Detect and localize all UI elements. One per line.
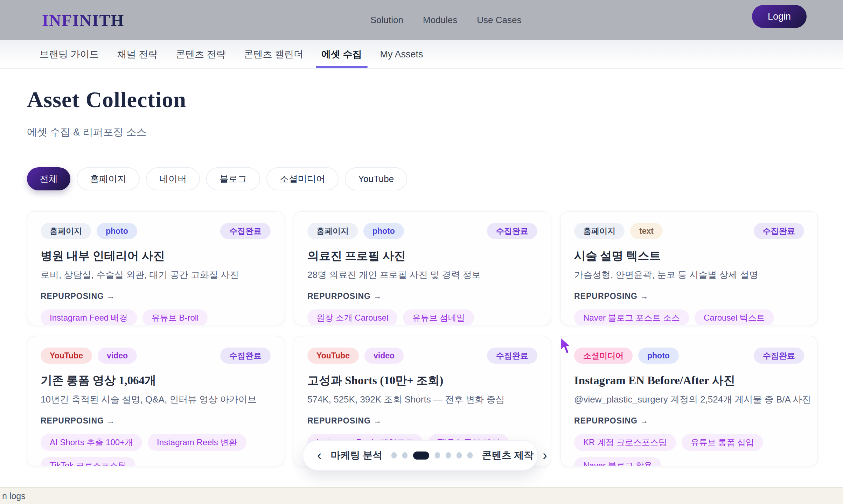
asset-card-4: YouTubevideo수집완료기존 롱폼 영상 1,064개10년간 축적된 … [27,336,284,466]
filter-pill-1[interactable]: 전체 [27,167,70,190]
tag-social: 소셜미디어 [574,348,633,364]
status-badge: 수집완료 [487,348,537,364]
filter-bar: 전체홈페이지네이버블로그소셜미디어YouTube [27,167,407,190]
tag-youtube: YouTube [41,348,92,364]
repurposing-label: REPURPOSING → [41,416,271,426]
nav-solution[interactable]: Solution [370,15,403,26]
card-title: Instagram EN Before/After 사진 [574,373,804,388]
asset-card-2: 홈페이지photo수집완료의료진 프로필 사진28명 의료진 개인 프로필 사진… [294,211,551,325]
tag-row: 소셜미디어photo수집완료 [574,348,804,364]
repurposing-chip: KR 계정 크로스포스팅 [574,434,676,451]
pager-dot-7[interactable] [467,452,473,458]
repurposing-chip: AI Shorts 추출 100+개 [41,434,142,451]
repurposing-chip: TikTok 크로스포스팅 [41,457,135,466]
pager-dot-5[interactable] [446,452,451,458]
main-nav: Solution Modules Use Cases [370,0,521,40]
pager-dot-1[interactable] [391,452,397,458]
pager-dot-3[interactable] [413,451,429,460]
tag-row: YouTubevideo수집완료 [41,348,271,364]
card-title: 의료진 프로필 사진 [307,248,537,264]
repurposing-chips: Naver 블로그 포스트 소스Carousel 텍스트광고 카피 [574,309,804,325]
tag-row: YouTubevideo수집완료 [307,348,537,364]
brand-logo: INFINITH [42,11,124,30]
repurposing-chip: 유튜브 섬네일 [403,309,474,325]
card-title: 기존 롱폼 영상 1,064개 [41,373,271,388]
pager-next-label[interactable]: 콘텐츠 제작 [482,449,534,462]
tab-1[interactable]: 브랜딩 가이드 [40,40,99,68]
repurposing-chip: 원장 소개 Carousel [307,309,397,325]
tag-home: 홈페이지 [41,223,91,239]
nav-modules[interactable]: Modules [423,15,457,26]
status-badge: 수집완료 [220,223,271,239]
repurposing-label: REPURPOSING → [307,292,537,301]
top-header: INFINITH Solution Modules Use Cases Logi… [0,0,843,40]
tag-youtube: YouTube [307,348,359,364]
card-description: 574K, 525K, 392K 조회 Shorts — 전후 변화 중심 [307,393,537,406]
repurposing-chip: 유튜브 B-roll [142,309,208,325]
tab-bar: 브랜딩 가이드채널 전략콘텐츠 전략콘텐츠 캘린더에셋 수집My Assets [0,40,843,69]
tag-row: 홈페이지photo수집완료 [307,223,537,239]
card-description: @view_plastic_surgery 계정의 2,524개 게시물 중 B… [574,393,804,406]
repurposing-chip: Naver 블로그 활용 [574,457,661,466]
tab-2[interactable]: 채널 전략 [117,40,158,68]
tab-6[interactable]: My Assets [380,40,423,68]
tag-video: video [364,348,404,364]
tag-home: 홈페이지 [307,223,358,239]
tag-video: video [98,348,137,364]
chevron-right-icon[interactable]: › [543,449,547,462]
footer-strip: n logs [0,487,843,504]
repurposing-label: REPURPOSING → [574,292,804,301]
tag-text: text [630,223,663,239]
repurposing-label: REPURPOSING → [307,416,537,426]
repurposing-chips: AI Shorts 추출 100+개Instagram Reels 변환TikT… [41,434,271,466]
asset-card-grid: 홈페이지photo수집완료병원 내부 인테리어 사진로비, 상담실, 수술실 외… [27,211,818,466]
status-badge: 수집완료 [754,348,804,364]
repurposing-label: REPURPOSING → [574,416,804,426]
card-title: 시술 설명 텍스트 [574,248,804,264]
tab-3[interactable]: 콘텐츠 전략 [176,40,226,68]
filter-pill-3[interactable]: 네이버 [146,167,200,190]
repurposing-chips: 원장 소개 Carousel유튜브 섬네일네이버 블로그 프로필 [307,309,537,325]
card-description: 가슴성형, 안면윤곽, 눈코 등 시술별 상세 설명 [574,269,804,281]
repurposing-chips: Instagram Feed 배경유튜브 B-rollNaver 블로그 대표 … [41,309,271,325]
asset-card-3: 홈페이지text수집완료시술 설명 텍스트가슴성형, 안면윤곽, 눈코 등 시술… [560,211,818,325]
card-description: 28명 의료진 개인 프로필 사진 및 경력 정보 [307,269,537,281]
asset-card-6: 소셜미디어photo수집완료Instagram EN Before/After … [560,336,818,466]
repurposing-label: REPURPOSING → [41,292,271,301]
asset-card-1: 홈페이지photo수집완료병원 내부 인테리어 사진로비, 상담실, 수술실 외… [27,211,284,325]
login-button[interactable]: Login [752,5,807,28]
card-description: 로비, 상담실, 수술실 외관, 대기 공간 고화질 사진 [41,269,271,281]
nav-use-cases[interactable]: Use Cases [477,15,521,26]
pager-prev-label[interactable]: 마케팅 분석 [331,449,383,462]
logs-label: n logs [2,491,26,501]
repurposing-chip: Instagram Feed 배경 [41,309,137,325]
tag-photo: photo [363,223,404,239]
card-description: 10년간 축적된 시술 설명, Q&A, 인터뷰 영상 아카이브 [41,393,271,406]
status-badge: 수집완료 [487,223,537,239]
card-title: 고성과 Shorts (10만+ 조회) [307,373,537,388]
card-title: 병원 내부 인테리어 사진 [41,248,271,264]
page-title: Asset Collection [27,87,186,113]
pager-dot-2[interactable] [402,452,407,458]
page: { "header": { "logo": "INFINITH", "nav":… [0,0,843,504]
pager-dot-6[interactable] [457,452,462,458]
repurposing-chips: KR 계정 크로스포스팅유튜브 롱폼 삽입Naver 블로그 활용 [574,434,804,466]
tab-5[interactable]: 에셋 수집 [321,40,362,68]
chevron-left-icon[interactable]: ‹ [317,449,322,462]
filter-pill-2[interactable]: 홈페이지 [77,167,140,190]
status-badge: 수집완료 [754,223,804,239]
filter-pill-5[interactable]: 소셜미디어 [266,167,339,190]
section-pager: ‹ 마케팅 분석 콘텐츠 제작 › [302,440,538,471]
repurposing-chip: 유튜브 롱폼 삽입 [682,434,763,451]
filter-pill-4[interactable]: 블로그 [206,167,260,190]
pager-dots [391,451,473,460]
repurposing-chip: Carousel 텍스트 [695,309,774,325]
pager-dot-4[interactable] [435,452,440,458]
page-subtitle: 에셋 수집 & 리퍼포징 소스 [27,125,147,139]
tab-4[interactable]: 콘텐츠 캘린더 [244,40,304,68]
tag-row: 홈페이지text수집완료 [574,223,804,239]
tag-photo: photo [638,348,679,364]
repurposing-chip: Naver 블로그 포스트 소스 [574,309,689,325]
status-badge: 수집완료 [220,348,271,364]
filter-pill-6[interactable]: YouTube [345,167,407,190]
